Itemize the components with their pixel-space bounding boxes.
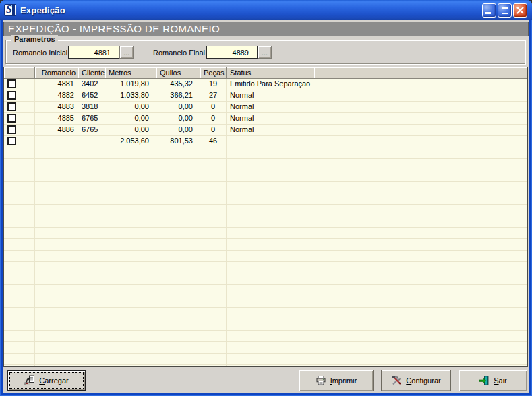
cell-metros: 1.033,80 [105,90,156,102]
cell-romaneio [35,182,78,193]
sair-button[interactable]: Sair [459,370,527,391]
minimize-button[interactable] [482,3,496,18]
column-header-checkbox[interactable] [4,67,35,79]
table-row[interactable]: 488567650,000,000Normal [4,113,527,125]
cell-pecas [200,193,227,205]
table-row[interactable]: 488264521.033,80366,2127Normal [4,90,527,102]
cell-checkbox [4,262,35,273]
cell-quilos [156,262,200,273]
row-checkbox[interactable] [7,125,16,134]
cell-cliente [78,239,105,251]
empty-row [4,159,527,170]
cell-status [227,308,314,319]
cell-status [227,354,314,365]
close-button[interactable] [513,3,527,18]
cell-romaneio [35,159,78,170]
cell-metros [105,170,156,182]
cell-quilos [156,147,200,159]
cell-checkbox [4,308,35,319]
row-checkbox[interactable] [7,102,16,111]
column-header-quilos[interactable]: Quilos [156,67,200,79]
cell-status [227,342,314,354]
cell-pecas [200,296,227,308]
cell-cliente [78,308,105,319]
imprimir-button[interactable]: Imprimir [299,370,374,391]
row-checkbox[interactable] [7,79,16,88]
table-row[interactable]: 2.053,60801,5346 [4,136,527,147]
table-row[interactable]: 488667650,000,000Normal [4,125,527,136]
cell-filler [314,273,527,285]
empty-row [4,319,527,331]
cell-checkbox [4,205,35,216]
cell-pecas: 46 [200,136,227,147]
romaneio-final-input[interactable] [206,46,258,59]
table-row[interactable]: 488338180,000,000Normal [4,102,527,113]
column-header-romaneio[interactable]: Romaneio [35,67,78,79]
cell-metros [105,354,156,365]
titlebar[interactable]: S Expedição [0,0,532,20]
cell-metros [105,251,156,262]
cell-status [227,136,314,147]
romaneio-inicial-browse-button[interactable]: ... [119,46,134,59]
cell-romaneio: 4883 [35,102,78,113]
cell-filler [314,113,527,125]
row-checkbox[interactable] [7,114,16,123]
column-header-status[interactable]: Status [227,67,314,79]
cell-pecas [200,182,227,193]
cell-checkbox [4,319,35,331]
cell-filler [314,102,527,113]
cell-checkbox [4,365,35,367]
cell-filler [314,170,527,182]
cell-romaneio: 4886 [35,125,78,136]
cell-filler [314,159,527,170]
romaneio-final-browse-button[interactable]: ... [258,46,272,59]
cell-metros [105,262,156,273]
cell-pecas [200,251,227,262]
cell-pecas [200,331,227,342]
column-header-cliente[interactable]: Cliente [78,67,105,79]
cell-checkbox [4,216,35,228]
cell-metros [105,365,156,367]
carregar-label: Carregar [39,376,68,385]
grid-body: 488134021.019,80435,3219Emitido Para Sep… [4,79,527,367]
cell-pecas: 0 [200,125,227,136]
cell-metros [105,182,156,193]
cell-pecas [200,285,227,296]
cell-checkbox [4,136,35,147]
cell-pecas [200,216,227,228]
cell-checkbox [4,239,35,251]
table-row[interactable]: 488134021.019,80435,3219Emitido Para Sep… [4,79,527,90]
row-checkbox[interactable] [7,137,16,145]
sair-label: Sair [494,376,507,385]
cell-romaneio [35,239,78,251]
cell-status [227,228,314,239]
tools-icon [391,375,402,386]
cell-filler [314,205,527,216]
column-header-metros[interactable]: Metros [105,67,156,79]
column-header-peças[interactable]: Peças [200,67,227,79]
cell-quilos [156,319,200,331]
maximize-button[interactable] [498,3,512,18]
cell-pecas [200,354,227,365]
app-icon: S [4,4,16,16]
row-checkbox[interactable] [7,91,16,100]
carregar-button[interactable]: Carregar [7,370,86,391]
cell-filler [314,285,527,296]
configurar-button[interactable]: Configurar [381,370,451,391]
cell-quilos [156,239,200,251]
cell-metros [105,147,156,159]
romaneio-inicial-input[interactable] [68,46,119,59]
empty-row [4,365,527,367]
cell-checkbox [4,79,35,90]
cell-metros [105,319,156,331]
cell-quilos: 0,00 [156,113,200,125]
cell-cliente [78,205,105,216]
cell-cliente [78,159,105,170]
cell-quilos [156,170,200,182]
cell-cliente [78,285,105,296]
cell-pecas [200,273,227,285]
cell-cliente [78,147,105,159]
cell-status [227,170,314,182]
cell-checkbox [4,147,35,159]
cell-pecas [200,319,227,331]
